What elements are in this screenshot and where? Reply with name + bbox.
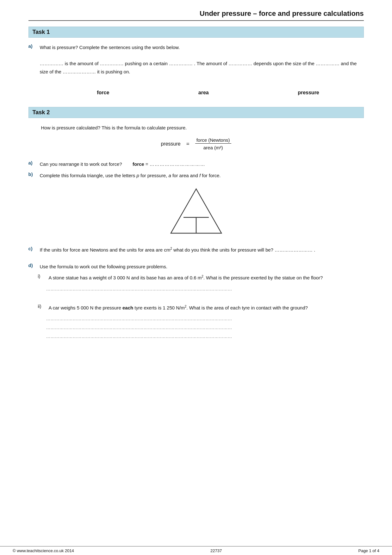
task2-qa: a) Can you rearrange it to work out forc… (28, 160, 364, 168)
task1-question-a: a) What is pressure? Complete the senten… (28, 43, 364, 100)
formula-triangle-container (28, 186, 364, 236)
task2-qa-content: Can you rearrange it to work out force? … (40, 160, 364, 168)
formula-fraction: force (Newtons) area (m²) (195, 137, 231, 150)
task2-qd-qii: ii) A car weighs 5 000 N the pressure ea… (38, 304, 364, 312)
task2-qc-label: c) (28, 246, 33, 251)
task1-qa-label: a) (28, 43, 33, 49)
task2-qa-eq: = (146, 161, 150, 167)
word-area: area (198, 88, 209, 97)
page-footer: © www.teachitscience.co.uk 2014 22737 Pa… (0, 546, 392, 555)
task2-qi-label: i) (38, 274, 46, 279)
task2-qa-answer: …………………………… (150, 161, 205, 167)
task2-qi-text: A stone statue has a weight of 3 000 N a… (49, 274, 364, 282)
footer-page: Page 1 of 4 (358, 548, 379, 553)
task2-qa-text: Can you rearrange it to work out force? (40, 161, 122, 167)
task1-header: Task 1 (28, 27, 364, 38)
task1-qa-instruction: What is pressure? Complete the sentences… (40, 45, 180, 50)
task2-intro: How is pressure calculated? This is the … (41, 124, 364, 132)
word-bank: force area pressure (53, 88, 364, 97)
formula-numerator: force (Newtons) (195, 137, 231, 144)
task2-qa-bold: force (133, 161, 144, 167)
footer-code: 22737 (210, 548, 222, 553)
page-title: Under pressure – force and pressure calc… (28, 9, 364, 21)
word-force: force (97, 88, 109, 97)
task2-qc-content: If the units for force are Newtons and t… (40, 246, 364, 254)
footer-copyright: © www.teachitscience.co.uk 2014 (13, 548, 74, 553)
task2-qd-label: d) (28, 263, 33, 268)
formula-eq: = (186, 141, 190, 147)
task2-qd: d) Use the formula to work out the follo… (28, 263, 364, 271)
task2-qb-label: b) (28, 171, 33, 177)
word-pressure: pressure (298, 88, 319, 97)
task2-qii-answer: …………………………………………………………………………………………………………… (46, 314, 364, 341)
formula-lhs: pressure (161, 141, 180, 147)
task2-header: Task 2 (28, 107, 364, 118)
formula-box: pressure = force (Newtons) area (m²) (28, 137, 364, 150)
formula-denominator: area (m²) (202, 144, 224, 150)
task2-qb: b) Complete this formula triangle, use t… (28, 171, 364, 180)
task2-qa-label: a) (28, 160, 33, 165)
task2-qii-label: ii) (38, 304, 46, 309)
task2-qd-content: Use the formula to work out the followin… (40, 263, 364, 271)
task2-qii-text: A car weighs 5 000 N the pressure each t… (49, 304, 364, 312)
task2-qc: c) If the units for force are Newtons an… (28, 246, 364, 254)
task1-section: Task 1 a) What is pressure? Complete the… (28, 27, 364, 100)
task2-qd-qi: i) A stone statue has a weight of 3 000 … (38, 274, 364, 282)
formula-triangle-svg (168, 186, 225, 236)
task1-qa-text: What is pressure? Complete the sentences… (40, 43, 364, 100)
task2-qb-content: Complete this formula triangle, use the … (40, 171, 364, 180)
task2-section: Task 2 How is pressure calculated? This … (28, 107, 364, 341)
task1-sentence: …………… is the amount of …………… pushing on … (40, 61, 357, 74)
task2-qi-answer: …………………………………………………………………………………………………………… (46, 284, 364, 293)
